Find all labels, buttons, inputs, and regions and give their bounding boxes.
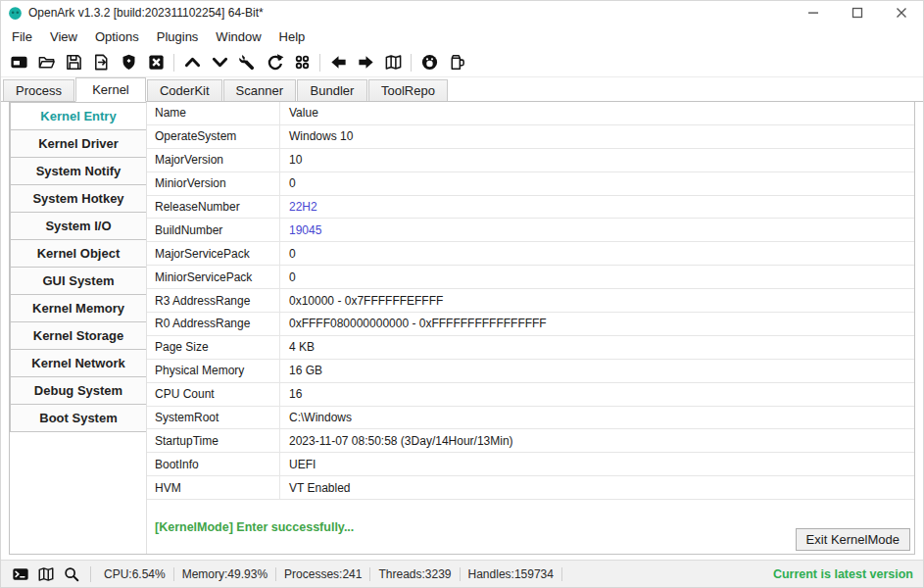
donate-mug-icon bbox=[448, 53, 466, 72]
row-value: 2023-11-07 08:50:58 (3Day/14Hour/13Min) bbox=[280, 434, 914, 448]
export-file-icon bbox=[92, 53, 111, 72]
table-row[interactable]: Physical Memory16 GB bbox=[147, 360, 914, 383]
table-row[interactable]: CPU Count16 bbox=[147, 383, 914, 407]
sidebar-item-kernel-network[interactable]: Kernel Network bbox=[10, 349, 147, 377]
menu-view[interactable]: View bbox=[41, 26, 86, 47]
github-icon bbox=[420, 53, 439, 72]
menu-file[interactable]: File bbox=[3, 26, 41, 47]
table-row[interactable]: R0 AddressRange0xFFFF080000000000 - 0xFF… bbox=[147, 313, 914, 336]
tab-scanner[interactable]: Scanner bbox=[223, 79, 296, 101]
refresh-button[interactable] bbox=[262, 51, 287, 74]
close-button[interactable] bbox=[879, 1, 923, 24]
tab-coderkit[interactable]: CoderKit bbox=[147, 79, 222, 101]
sidebar-item-debug-system[interactable]: Debug System bbox=[10, 376, 147, 405]
table-row[interactable]: ReleaseNumber22H2 bbox=[147, 196, 914, 220]
map-button[interactable] bbox=[380, 51, 406, 74]
row-name: ReleaseNumber bbox=[147, 196, 280, 219]
column-header-value[interactable]: Value bbox=[280, 106, 914, 120]
minimize-button[interactable] bbox=[791, 1, 835, 24]
close-box-button[interactable] bbox=[143, 51, 169, 74]
shield-button[interactable] bbox=[116, 51, 141, 74]
minimize-icon bbox=[807, 7, 819, 19]
move-down-button[interactable] bbox=[207, 51, 232, 74]
statusbar-separator bbox=[90, 566, 91, 582]
sidebar-item-kernel-object[interactable]: Kernel Object bbox=[10, 239, 147, 268]
tab-bundler[interactable]: Bundler bbox=[297, 79, 367, 101]
toolbar bbox=[1, 48, 923, 77]
row-name: MiniorVersion bbox=[147, 172, 280, 195]
sidebar-item-boot-system[interactable]: Boot System bbox=[10, 404, 147, 432]
console-window-icon bbox=[10, 53, 28, 72]
table-row[interactable]: MajorVersion10 bbox=[147, 149, 914, 172]
row-value: 4 KB bbox=[280, 340, 914, 354]
save-button[interactable] bbox=[61, 51, 86, 74]
table-row[interactable]: HVMVT Enabled bbox=[147, 476, 914, 500]
forward-button[interactable] bbox=[353, 51, 378, 74]
map-shortcut-button[interactable] bbox=[34, 564, 58, 585]
console-window-button[interactable] bbox=[6, 51, 31, 74]
table-row[interactable]: StartupTime2023-11-07 08:50:58 (3Day/14H… bbox=[147, 429, 914, 453]
row-value: 0x10000 - 0x7FFFFFFEFFFF bbox=[280, 294, 914, 308]
menu-window[interactable]: Window bbox=[207, 26, 269, 47]
menu-bar: File View Options Plugins Window Help bbox=[1, 24, 923, 48]
table-row[interactable]: OperateSystemWindows 10 bbox=[147, 125, 914, 149]
toolbar-separator bbox=[173, 54, 174, 72]
table-row[interactable]: MajorServicePack0 bbox=[147, 242, 914, 266]
table-row[interactable]: MiniorServicePack0 bbox=[147, 266, 914, 289]
tab-toolrepo[interactable]: ToolRepo bbox=[368, 79, 448, 101]
menu-options[interactable]: Options bbox=[86, 26, 148, 47]
menu-help[interactable]: Help bbox=[270, 26, 315, 47]
table-row[interactable]: SystemRootC:\Windows bbox=[147, 407, 914, 430]
sidebar-item-system-notify[interactable]: System Notify bbox=[10, 157, 147, 185]
tab-process[interactable]: Process bbox=[3, 79, 74, 101]
apps-grid-button[interactable] bbox=[289, 51, 315, 74]
menu-plugins[interactable]: Plugins bbox=[148, 26, 208, 47]
sidebar-item-system-io[interactable]: System I/O bbox=[10, 212, 147, 240]
donate-button[interactable] bbox=[444, 51, 469, 74]
arrow-left-icon bbox=[329, 53, 348, 72]
main-tab-bar: Process Kernel CoderKit Scanner Bundler … bbox=[1, 77, 923, 102]
table-row[interactable]: BootInfoUEFI bbox=[147, 453, 914, 476]
sidebar-item-kernel-memory[interactable]: Kernel Memory bbox=[10, 294, 147, 322]
table-row[interactable]: Page Size4 KB bbox=[147, 336, 914, 360]
handle-count-stat: Handles:159734 bbox=[461, 567, 562, 581]
map-icon bbox=[384, 53, 403, 72]
refresh-icon bbox=[266, 53, 284, 72]
settings-wrench-button[interactable] bbox=[234, 51, 260, 74]
table-row[interactable]: BuildNumber19045 bbox=[147, 219, 914, 242]
table-row[interactable]: MiniorVersion0 bbox=[147, 172, 914, 196]
move-up-button[interactable] bbox=[179, 51, 205, 74]
back-button[interactable] bbox=[325, 51, 351, 74]
search-shortcut-button[interactable] bbox=[60, 564, 83, 585]
exit-kernelmode-button[interactable]: Exit KernelMode bbox=[796, 528, 910, 551]
row-name: MiniorServicePack bbox=[147, 266, 280, 288]
process-count-stat: Processes:241 bbox=[276, 567, 370, 581]
console-shortcut-button[interactable] bbox=[9, 564, 32, 585]
row-value: VT Enabled bbox=[280, 481, 914, 495]
chevron-down-icon bbox=[211, 53, 229, 72]
table-row[interactable]: R3 AddressRange0x10000 - 0x7FFFFFFEFFFF bbox=[147, 289, 914, 313]
open-file-button[interactable] bbox=[33, 51, 59, 74]
sidebar-item-kernel-entry[interactable]: Kernel Entry bbox=[10, 102, 147, 130]
maximize-button[interactable] bbox=[835, 1, 879, 24]
toolbar-separator bbox=[411, 54, 412, 72]
row-value: 16 bbox=[280, 387, 914, 401]
close-box-icon bbox=[147, 53, 166, 72]
memory-usage-stat: Memory:49.93% bbox=[174, 567, 276, 581]
row-value: 19045 bbox=[280, 223, 914, 237]
row-value: 16 GB bbox=[280, 364, 914, 377]
version-status: Current is latest version bbox=[773, 567, 915, 581]
shield-icon bbox=[120, 53, 138, 72]
column-header-name[interactable]: Name bbox=[147, 102, 280, 124]
sidebar-item-kernel-driver[interactable]: Kernel Driver bbox=[10, 129, 147, 158]
row-name: MajorVersion bbox=[147, 149, 280, 172]
sidebar-item-system-hotkey[interactable]: System Hotkey bbox=[10, 184, 147, 213]
search-icon bbox=[63, 565, 80, 583]
export-file-button[interactable] bbox=[88, 51, 114, 74]
tab-kernel[interactable]: Kernel bbox=[75, 77, 146, 102]
github-button[interactable] bbox=[416, 51, 442, 74]
sidebar-item-kernel-storage[interactable]: Kernel Storage bbox=[10, 321, 147, 350]
apps-grid-icon bbox=[293, 53, 312, 72]
row-name: SystemRoot bbox=[147, 407, 280, 429]
sidebar-item-gui-system[interactable]: GUI System bbox=[10, 267, 147, 295]
